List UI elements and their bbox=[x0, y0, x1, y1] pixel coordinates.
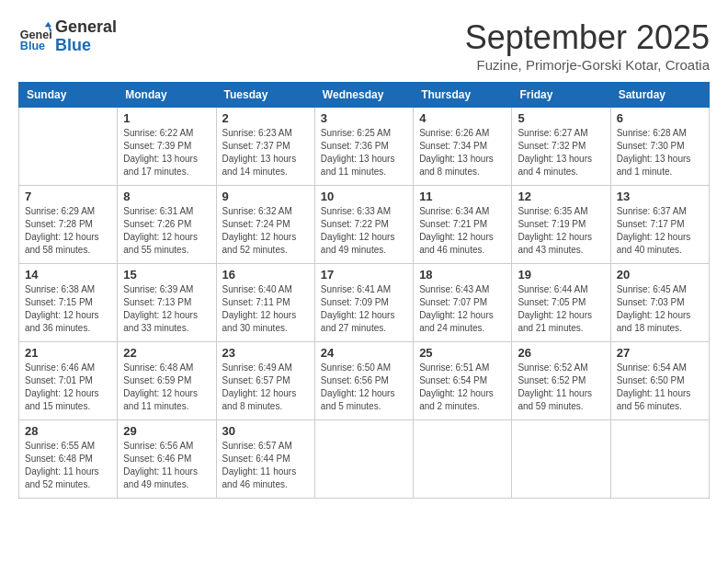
calendar-week-row: 21Sunrise: 6:46 AM Sunset: 7:01 PM Dayli… bbox=[19, 342, 710, 420]
calendar-cell: 18Sunrise: 6:43 AM Sunset: 7:07 PM Dayli… bbox=[414, 264, 512, 342]
calendar-cell: 4Sunrise: 6:26 AM Sunset: 7:34 PM Daylig… bbox=[414, 108, 512, 186]
weekday-header-row: SundayMondayTuesdayWednesdayThursdayFrid… bbox=[19, 83, 710, 108]
day-number: 18 bbox=[419, 268, 506, 282]
day-number: 14 bbox=[25, 268, 111, 282]
calendar-cell: 7Sunrise: 6:29 AM Sunset: 7:28 PM Daylig… bbox=[19, 186, 118, 264]
day-number: 28 bbox=[25, 424, 111, 438]
calendar-cell: 24Sunrise: 6:50 AM Sunset: 6:56 PM Dayli… bbox=[314, 342, 413, 420]
day-info: Sunrise: 6:26 AM Sunset: 7:34 PM Dayligh… bbox=[419, 127, 506, 178]
calendar-cell: 28Sunrise: 6:55 AM Sunset: 6:48 PM Dayli… bbox=[19, 420, 118, 499]
calendar-cell: 26Sunrise: 6:52 AM Sunset: 6:52 PM Dayli… bbox=[512, 342, 610, 420]
day-info: Sunrise: 6:40 AM Sunset: 7:11 PM Dayligh… bbox=[222, 283, 309, 335]
logo-icon: General Blue bbox=[18, 20, 51, 53]
page-header: General Blue General Blue September 2025… bbox=[18, 18, 710, 73]
svg-text:Blue: Blue bbox=[20, 40, 45, 52]
calendar-cell: 13Sunrise: 6:37 AM Sunset: 7:17 PM Dayli… bbox=[610, 186, 709, 264]
day-number: 27 bbox=[617, 346, 703, 360]
day-number: 17 bbox=[321, 268, 407, 282]
day-info: Sunrise: 6:23 AM Sunset: 7:37 PM Dayligh… bbox=[222, 127, 309, 178]
title-block: September 2025 Fuzine, Primorje-Gorski K… bbox=[465, 18, 710, 73]
day-info: Sunrise: 6:33 AM Sunset: 7:22 PM Dayligh… bbox=[321, 205, 407, 257]
day-info: Sunrise: 6:22 AM Sunset: 7:39 PM Dayligh… bbox=[123, 127, 210, 178]
day-number: 6 bbox=[617, 111, 703, 125]
day-info: Sunrise: 6:37 AM Sunset: 7:17 PM Dayligh… bbox=[617, 205, 703, 257]
day-info: Sunrise: 6:46 AM Sunset: 7:01 PM Dayligh… bbox=[25, 362, 111, 413]
day-number: 5 bbox=[518, 111, 604, 125]
day-number: 23 bbox=[222, 346, 309, 360]
weekday-header-sunday: Sunday bbox=[19, 83, 118, 108]
calendar-cell: 9Sunrise: 6:32 AM Sunset: 7:24 PM Daylig… bbox=[216, 186, 314, 264]
weekday-header-saturday: Saturday bbox=[610, 83, 709, 108]
calendar-cell: 30Sunrise: 6:57 AM Sunset: 6:44 PM Dayli… bbox=[216, 420, 314, 499]
day-info: Sunrise: 6:39 AM Sunset: 7:13 PM Dayligh… bbox=[123, 283, 210, 335]
calendar-cell: 20Sunrise: 6:45 AM Sunset: 7:03 PM Dayli… bbox=[610, 264, 709, 342]
calendar-cell: 3Sunrise: 6:25 AM Sunset: 7:36 PM Daylig… bbox=[314, 108, 413, 186]
day-info: Sunrise: 6:52 AM Sunset: 6:52 PM Dayligh… bbox=[518, 362, 604, 413]
day-info: Sunrise: 6:31 AM Sunset: 7:26 PM Dayligh… bbox=[123, 205, 210, 257]
day-number: 4 bbox=[419, 111, 506, 125]
day-number: 2 bbox=[222, 111, 309, 125]
day-number: 13 bbox=[617, 190, 703, 203]
day-info: Sunrise: 6:34 AM Sunset: 7:21 PM Dayligh… bbox=[419, 205, 506, 257]
day-info: Sunrise: 6:45 AM Sunset: 7:03 PM Dayligh… bbox=[617, 283, 703, 335]
calendar-cell: 27Sunrise: 6:54 AM Sunset: 6:50 PM Dayli… bbox=[610, 342, 709, 420]
day-number: 1 bbox=[123, 111, 210, 125]
day-number: 25 bbox=[419, 346, 506, 360]
calendar-cell: 21Sunrise: 6:46 AM Sunset: 7:01 PM Dayli… bbox=[19, 342, 118, 420]
calendar-cell: 16Sunrise: 6:40 AM Sunset: 7:11 PM Dayli… bbox=[216, 264, 314, 342]
weekday-header-monday: Monday bbox=[118, 83, 216, 108]
logo-general-text: General bbox=[55, 18, 117, 37]
calendar-cell bbox=[512, 420, 610, 499]
calendar-cell: 17Sunrise: 6:41 AM Sunset: 7:09 PM Dayli… bbox=[314, 264, 413, 342]
calendar-cell: 19Sunrise: 6:44 AM Sunset: 7:05 PM Dayli… bbox=[512, 264, 610, 342]
calendar-cell: 11Sunrise: 6:34 AM Sunset: 7:21 PM Dayli… bbox=[414, 186, 512, 264]
calendar-cell: 12Sunrise: 6:35 AM Sunset: 7:19 PM Dayli… bbox=[512, 186, 610, 264]
calendar-cell: 8Sunrise: 6:31 AM Sunset: 7:26 PM Daylig… bbox=[118, 186, 216, 264]
calendar-cell: 14Sunrise: 6:38 AM Sunset: 7:15 PM Dayli… bbox=[19, 264, 118, 342]
calendar-cell: 29Sunrise: 6:56 AM Sunset: 6:46 PM Dayli… bbox=[118, 420, 216, 499]
calendar-cell: 5Sunrise: 6:27 AM Sunset: 7:32 PM Daylig… bbox=[512, 108, 610, 186]
day-number: 21 bbox=[25, 346, 111, 360]
month-title: September 2025 bbox=[465, 18, 710, 57]
day-number: 22 bbox=[123, 346, 210, 360]
day-number: 7 bbox=[25, 190, 111, 203]
calendar-week-row: 28Sunrise: 6:55 AM Sunset: 6:48 PM Dayli… bbox=[19, 420, 710, 499]
day-number: 9 bbox=[222, 190, 309, 203]
day-number: 8 bbox=[123, 190, 210, 203]
day-info: Sunrise: 6:48 AM Sunset: 6:59 PM Dayligh… bbox=[123, 362, 210, 413]
calendar-cell: 23Sunrise: 6:49 AM Sunset: 6:57 PM Dayli… bbox=[216, 342, 314, 420]
svg-marker-2 bbox=[45, 22, 51, 27]
calendar-week-row: 14Sunrise: 6:38 AM Sunset: 7:15 PM Dayli… bbox=[19, 264, 710, 342]
day-info: Sunrise: 6:50 AM Sunset: 6:56 PM Dayligh… bbox=[321, 362, 407, 413]
calendar-cell: 25Sunrise: 6:51 AM Sunset: 6:54 PM Dayli… bbox=[414, 342, 512, 420]
day-number: 3 bbox=[321, 111, 407, 125]
day-info: Sunrise: 6:27 AM Sunset: 7:32 PM Dayligh… bbox=[518, 127, 604, 178]
day-info: Sunrise: 6:57 AM Sunset: 6:44 PM Dayligh… bbox=[222, 440, 309, 491]
weekday-header-tuesday: Tuesday bbox=[216, 83, 314, 108]
weekday-header-thursday: Thursday bbox=[414, 83, 512, 108]
calendar-cell: 15Sunrise: 6:39 AM Sunset: 7:13 PM Dayli… bbox=[118, 264, 216, 342]
day-number: 20 bbox=[617, 268, 703, 282]
day-number: 29 bbox=[123, 424, 210, 438]
day-info: Sunrise: 6:41 AM Sunset: 7:09 PM Dayligh… bbox=[321, 283, 407, 335]
logo: General Blue General Blue bbox=[18, 18, 117, 55]
day-info: Sunrise: 6:43 AM Sunset: 7:07 PM Dayligh… bbox=[419, 283, 506, 335]
calendar-table: SundayMondayTuesdayWednesdayThursdayFrid… bbox=[18, 82, 710, 499]
day-info: Sunrise: 6:51 AM Sunset: 6:54 PM Dayligh… bbox=[419, 362, 506, 413]
day-info: Sunrise: 6:35 AM Sunset: 7:19 PM Dayligh… bbox=[518, 205, 604, 257]
calendar-cell: 6Sunrise: 6:28 AM Sunset: 7:30 PM Daylig… bbox=[610, 108, 709, 186]
calendar-cell: 10Sunrise: 6:33 AM Sunset: 7:22 PM Dayli… bbox=[314, 186, 413, 264]
calendar-week-row: 1Sunrise: 6:22 AM Sunset: 7:39 PM Daylig… bbox=[19, 108, 710, 186]
day-number: 24 bbox=[321, 346, 407, 360]
calendar-cell bbox=[314, 420, 413, 499]
day-info: Sunrise: 6:28 AM Sunset: 7:30 PM Dayligh… bbox=[617, 127, 703, 178]
calendar-cell bbox=[414, 420, 512, 499]
logo-text: General Blue bbox=[55, 18, 117, 55]
day-number: 26 bbox=[518, 346, 604, 360]
day-info: Sunrise: 6:54 AM Sunset: 6:50 PM Dayligh… bbox=[617, 362, 703, 413]
day-number: 30 bbox=[222, 424, 309, 438]
day-info: Sunrise: 6:49 AM Sunset: 6:57 PM Dayligh… bbox=[222, 362, 309, 413]
day-info: Sunrise: 6:32 AM Sunset: 7:24 PM Dayligh… bbox=[222, 205, 309, 257]
day-number: 15 bbox=[123, 268, 210, 282]
location-subtitle: Fuzine, Primorje-Gorski Kotar, Croatia bbox=[465, 57, 710, 73]
